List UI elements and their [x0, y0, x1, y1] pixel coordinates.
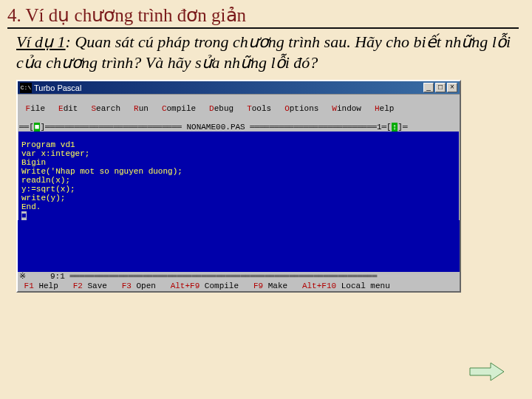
menu-window[interactable]: Window	[332, 104, 361, 113]
code-line: var x:integer;	[21, 149, 89, 158]
titlebar: C:\ Turbo Pascal _ □ ×	[18, 81, 460, 95]
minimize-button[interactable]: _	[423, 83, 434, 92]
code-line: Bigin	[21, 158, 46, 167]
menu-debug[interactable]: Debug	[209, 104, 233, 113]
editor-frame-top: ══[■]════════════════════════════ NONAME…	[18, 123, 460, 132]
menu-compile[interactable]: Compile	[162, 104, 196, 113]
menu-help[interactable]: Help	[375, 104, 394, 113]
section-heading: 4. Ví dụ chương trình đơn giản	[7, 4, 519, 29]
menu-edit[interactable]: Edit	[58, 104, 78, 113]
menubar: FileEditSearchRunCompileDebugToolsOption…	[18, 95, 460, 123]
example-text: : Quan sát cú pháp trong chương trình sa…	[16, 33, 511, 72]
status-line: ※ 9:1 ══════════════════════════════════…	[18, 272, 460, 281]
cursor-position: 9:1 ═══	[26, 272, 84, 281]
f3-key[interactable]: F3	[122, 282, 132, 290]
svg-marker-0	[470, 363, 504, 381]
f9-key[interactable]: F9	[253, 282, 263, 290]
code-line: Write('Nhap mot so nguyen duong);	[21, 167, 183, 176]
altf10-key[interactable]: Alt+F10	[302, 282, 336, 290]
menu-file[interactable]: File	[26, 104, 45, 113]
code-line: End.	[21, 202, 41, 211]
menu-options[interactable]: Options	[284, 104, 318, 113]
code-editor[interactable]: Program vd1 var x:integer; Bigin Write('…	[18, 132, 460, 220]
next-arrow-icon[interactable]	[468, 361, 505, 383]
close-button[interactable]: ×	[447, 83, 457, 92]
system-menu-icon[interactable]: C:\	[20, 83, 32, 93]
code-line: y:=sqrt(x);	[21, 185, 75, 194]
exercise-description: Ví dụ 1: Quan sát cú pháp trong chương t…	[16, 32, 516, 72]
marker-icon: ※	[19, 272, 26, 281]
restore-button[interactable]: □	[435, 83, 446, 92]
menu-run[interactable]: Run	[134, 104, 149, 113]
cursor-icon: ■	[21, 211, 27, 220]
example-label: Ví dụ 1	[16, 33, 66, 51]
editor-filename: NONAME00.PAS	[186, 123, 245, 132]
window-title: Turbo Pascal	[34, 83, 423, 92]
menu-tools[interactable]: Tools	[247, 104, 271, 113]
code-line: readln(x);	[21, 176, 70, 185]
editor-empty-area	[18, 220, 460, 272]
code-line: write(y);	[21, 194, 65, 202]
f1-key[interactable]: F1	[24, 282, 34, 290]
altf9-key[interactable]: Alt+F9	[171, 282, 200, 290]
code-line: Program vd1	[21, 140, 75, 149]
turbo-pascal-window: C:\ Turbo Pascal _ □ × FileEditSearchRun…	[16, 80, 461, 293]
bottom-hint-bar: F1 Help F2 Save F3 Open Alt+F9 Compile F…	[18, 281, 460, 291]
menu-search[interactable]: Search	[91, 104, 120, 113]
f2-key[interactable]: F2	[73, 282, 83, 290]
